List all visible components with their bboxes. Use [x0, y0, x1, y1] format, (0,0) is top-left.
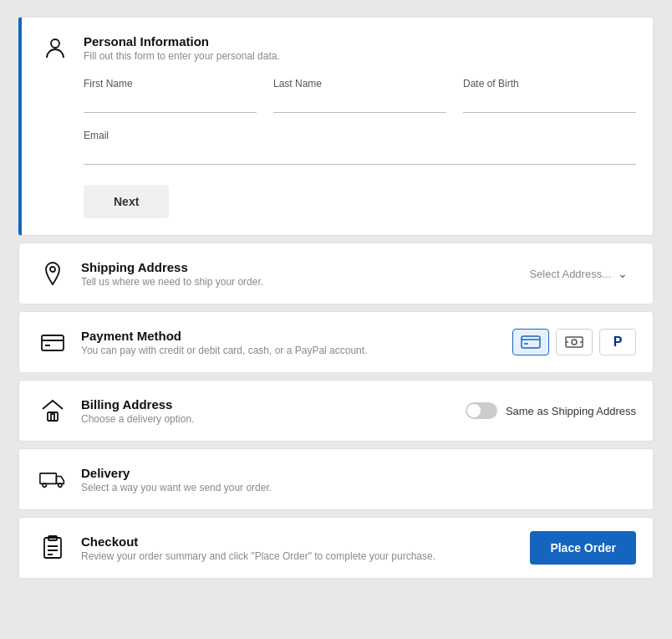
checkout-subtitle: Review your order summary and click "Pla…: [81, 550, 435, 562]
dob-field: Date of Birth: [463, 78, 636, 113]
first-name-field: First Name: [84, 78, 257, 113]
chevron-down-icon: ⌄: [618, 267, 628, 280]
shipping-text: Shipping Address Tell us where we need t…: [81, 260, 263, 288]
billing-subtitle: Choose a delivery option.: [81, 413, 194, 425]
email-input[interactable]: [84, 145, 636, 165]
clipboard-icon: [36, 531, 69, 565]
svg-rect-14: [40, 473, 57, 483]
truck-icon: [36, 463, 69, 496]
billing-header: Billing Address Choose a delivery option…: [19, 381, 653, 441]
checkout-header: Checkout Review your order summary and c…: [19, 518, 653, 578]
delivery-subtitle: Select a way you want we send your order…: [81, 482, 272, 493]
billing-title: Billing Address: [81, 397, 194, 412]
cash-payment-icon[interactable]: [556, 329, 593, 355]
dob-label: Date of Birth: [463, 78, 636, 89]
payment-text: Payment Method You can pay with credit o…: [81, 329, 367, 356]
shipping-subtitle: Tell us where we need to ship your order…: [81, 276, 263, 288]
dob-input[interactable]: [463, 93, 636, 113]
personal-info-body: First Name Last Name Date of Birth Email: [22, 78, 653, 235]
personal-info-title: Personal Information: [84, 34, 280, 49]
last-name-label: Last Name: [273, 78, 446, 89]
email-field: Email: [84, 130, 636, 165]
checkout-title: Checkout: [81, 534, 435, 549]
svg-rect-5: [522, 336, 540, 348]
shipping-header: Shipping Address Tell us where we need t…: [19, 243, 653, 304]
billing-same-toggle[interactable]: [466, 402, 497, 419]
next-button[interactable]: Next: [84, 185, 169, 218]
payment-method-card: Payment Method You can pay with credit o…: [18, 311, 654, 373]
first-name-label: First Name: [84, 78, 257, 89]
person-icon: [38, 31, 72, 64]
svg-point-15: [43, 483, 46, 487]
delivery-title: Delivery: [81, 466, 272, 480]
billing-toggle-area: Same as Shipping Address: [466, 402, 636, 419]
billing-address-card: Billing Address Choose a delivery option…: [18, 380, 654, 442]
svg-rect-13: [51, 414, 54, 421]
checkout-text: Checkout Review your order summary and c…: [81, 534, 435, 562]
card-payment-icon[interactable]: [512, 329, 549, 355]
place-order-button[interactable]: Place Order: [530, 531, 636, 565]
svg-point-1: [50, 267, 55, 272]
delivery-card: Delivery Select a way you want we send y…: [18, 448, 654, 510]
select-address-button[interactable]: Select Address... ⌄: [521, 262, 636, 285]
payment-subtitle: You can pay with credit or debit card, c…: [81, 345, 367, 356]
svg-point-0: [51, 39, 59, 48]
shipping-action: Select Address... ⌄: [521, 262, 636, 285]
first-name-input[interactable]: [84, 93, 257, 113]
select-address-label: Select Address...: [529, 268, 611, 280]
personal-info-subtitle: Fill out this form to enter your persona…: [84, 50, 280, 62]
svg-rect-2: [42, 335, 64, 350]
name-dob-row: First Name Last Name Date of Birth: [84, 78, 636, 113]
last-name-input[interactable]: [273, 93, 446, 113]
payment-header: Payment Method You can pay with credit o…: [19, 312, 653, 372]
shipping-address-card: Shipping Address Tell us where we need t…: [18, 243, 654, 304]
checkout-card: Checkout Review your order summary and c…: [18, 517, 654, 579]
payment-title: Payment Method: [81, 329, 367, 343]
checkout-form: Personal Information Fill out this form …: [18, 17, 654, 585]
personal-info-card: Personal Information Fill out this form …: [18, 17, 654, 236]
location-pin-icon: [36, 257, 69, 290]
email-row: Email: [84, 130, 636, 165]
payment-options: P: [512, 329, 636, 355]
shipping-title: Shipping Address: [81, 260, 263, 274]
credit-card-icon: [36, 325, 69, 359]
personal-info-header: Personal Information Fill out this form …: [22, 18, 653, 78]
billing-toggle-label: Same as Shipping Address: [506, 405, 636, 417]
personal-info-text: Personal Information Fill out this form …: [84, 34, 280, 62]
home-icon: [36, 394, 69, 427]
svg-point-9: [572, 340, 577, 345]
last-name-field: Last Name: [273, 78, 446, 113]
paypal-payment-icon[interactable]: P: [599, 329, 636, 355]
email-label: Email: [84, 130, 636, 141]
billing-text: Billing Address Choose a delivery option…: [81, 397, 194, 425]
delivery-header: Delivery Select a way you want we send y…: [19, 449, 653, 509]
delivery-text: Delivery Select a way you want we send y…: [81, 466, 272, 493]
checkout-action: Place Order: [530, 531, 636, 565]
svg-point-16: [59, 483, 62, 487]
